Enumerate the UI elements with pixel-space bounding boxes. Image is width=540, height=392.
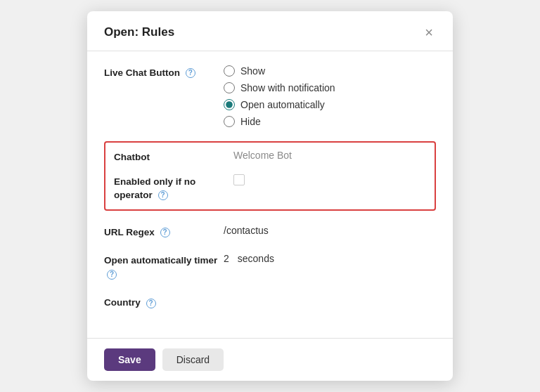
chatbot-label: Chatbot xyxy=(114,150,233,164)
enabled-only-label: Enabled only if no operator ? xyxy=(114,174,233,202)
live-chat-button-label: Live Chat Button ? xyxy=(104,65,224,80)
country-label: Country ? xyxy=(104,295,224,310)
radio-open-automatically-input[interactable] xyxy=(224,99,235,110)
chatbot-value: Welcome Bot xyxy=(233,150,426,161)
open-timer-label: Open automatically timer ? xyxy=(104,253,224,281)
open-timer-value-row: 2 seconds xyxy=(224,253,436,264)
timer-row: 2 seconds xyxy=(224,253,436,264)
country-help-icon[interactable]: ? xyxy=(146,299,156,308)
close-button[interactable]: × xyxy=(422,24,436,41)
save-button[interactable]: Save xyxy=(104,348,155,371)
live-chat-button-help-icon[interactable]: ? xyxy=(186,68,195,78)
chatbot-row: Chatbot Welcome Bot xyxy=(114,150,426,164)
country-row: Country ? xyxy=(104,295,436,310)
radio-hide-input[interactable] xyxy=(224,116,235,127)
timer-value: 2 xyxy=(224,253,229,264)
enabled-only-checkbox[interactable] xyxy=(233,174,245,185)
dialog-footer: Save Discard xyxy=(87,338,453,381)
radio-open-automatically[interactable]: Open automatically xyxy=(224,99,436,110)
radio-open-automatically-label: Open automatically xyxy=(240,99,325,110)
radio-show-label: Show xyxy=(240,65,265,77)
radio-show-notification-label: Show with notification xyxy=(240,82,335,93)
discard-button[interactable]: Discard xyxy=(162,348,224,371)
enabled-only-help-icon[interactable]: ? xyxy=(158,190,168,200)
url-regex-help-icon[interactable]: ? xyxy=(160,228,170,237)
radio-hide-label: Hide xyxy=(240,116,261,127)
url-regex-label: URL Regex ? xyxy=(104,225,224,240)
open-timer-row: Open automatically timer ? 2 seconds xyxy=(104,253,436,281)
live-chat-button-options: Show Show with notification Open automat… xyxy=(224,65,436,127)
dialog-body: Live Chat Button ? Show Show with notifi… xyxy=(87,51,453,338)
dialog-title: Open: Rules xyxy=(104,25,174,39)
radio-show-notification[interactable]: Show with notification xyxy=(224,82,436,93)
radio-show-input[interactable] xyxy=(224,65,235,77)
timer-unit: seconds xyxy=(238,253,274,264)
url-regex-row: URL Regex ? /contactus xyxy=(104,225,436,240)
enabled-only-row: Enabled only if no operator ? xyxy=(114,174,426,202)
open-timer-help-icon[interactable]: ? xyxy=(107,270,117,280)
url-regex-value: /contactus xyxy=(224,225,436,236)
live-chat-button-row: Live Chat Button ? Show Show with notifi… xyxy=(104,65,436,127)
radio-hide[interactable]: Hide xyxy=(224,116,436,127)
highlighted-section: Chatbot Welcome Bot Enabled only if no o… xyxy=(104,141,436,211)
enabled-only-checkbox-item[interactable] xyxy=(233,174,426,185)
dialog: Open: Rules × Live Chat Button ? Show Sh… xyxy=(87,11,453,381)
radio-show[interactable]: Show xyxy=(224,65,436,77)
radio-show-notification-input[interactable] xyxy=(224,82,235,93)
enabled-only-value xyxy=(233,174,426,185)
dialog-header: Open: Rules × xyxy=(87,11,453,51)
